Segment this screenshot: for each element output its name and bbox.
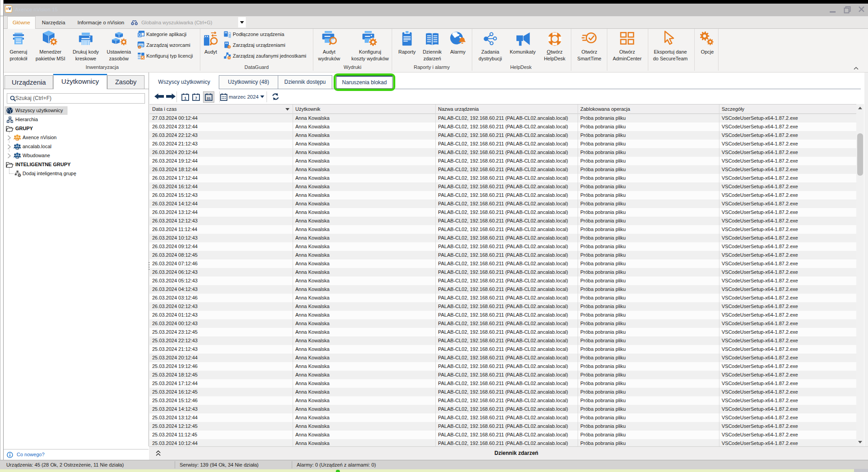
svg-text:AD: AD <box>16 157 19 159</box>
svg-text:NV: NV <box>16 139 19 141</box>
svg-text:31: 31 <box>207 96 211 100</box>
svg-text:1: 1 <box>184 96 186 100</box>
svg-text:AD: AD <box>16 148 19 150</box>
svg-text:7: 7 <box>195 96 197 100</box>
